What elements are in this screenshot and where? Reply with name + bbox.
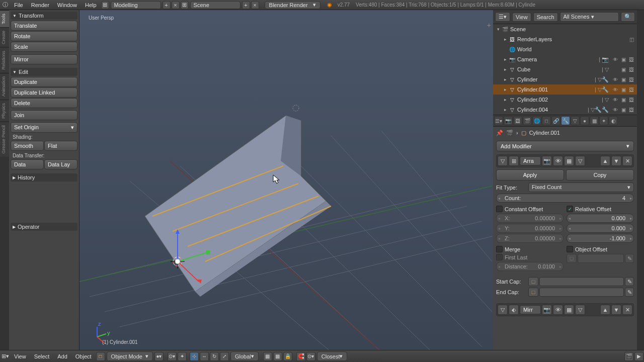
outliner-row[interactable]: ▸▽Cylinder.004| ▽🔧🔧👁▣🖼	[493, 105, 637, 115]
mode-icon[interactable]: □	[96, 352, 105, 361]
tab-modifiers-icon[interactable]: 🔧	[561, 116, 570, 125]
manipulator-translate-icon[interactable]: ↔	[200, 352, 209, 361]
outliner-view-menu[interactable]: View	[512, 13, 531, 22]
tab-world-icon[interactable]: 🌐	[532, 116, 541, 125]
outliner-search-icon[interactable]: 🔍	[621, 12, 635, 22]
outliner-row[interactable]: ▸📷Camera| 📷👁▣🖼	[493, 54, 637, 64]
join-button[interactable]: Join	[11, 110, 77, 120]
tab-relations[interactable]: Relations	[0, 47, 9, 73]
tab-create[interactable]: Create	[0, 27, 9, 47]
merge-checkbox[interactable]	[496, 246, 503, 252]
delete-button[interactable]: Delete	[11, 98, 77, 108]
fit-type-dropdown[interactable]: Fixed Count▾	[528, 183, 634, 192]
object-offset-checkbox[interactable]	[567, 246, 573, 252]
snap-target-dropdown[interactable]: Closest ▾	[317, 351, 348, 361]
modifier-render-icon[interactable]: 📷	[542, 156, 552, 166]
pivot-icon[interactable]: ⊙▾	[168, 352, 177, 361]
duplicate-button[interactable]: Duplicate	[11, 77, 77, 87]
props-type-icon[interactable]: ☰▾	[494, 116, 503, 125]
end-cap-picker-icon[interactable]: ✎	[625, 288, 634, 297]
mode-dropdown[interactable]: Object Mode ▾	[107, 351, 153, 361]
distance-field[interactable]: Distance:0.0100	[496, 262, 564, 271]
outliner-row[interactable]: ▸▽Cylinder.002| ▽👁▣🖼	[493, 95, 637, 105]
mirror-movedown-icon[interactable]: ▼	[611, 305, 621, 315]
snap-toggle-icon[interactable]: 🧲	[296, 352, 305, 361]
tab-particles-icon[interactable]: ✦	[599, 116, 608, 125]
end-cap-cube-icon[interactable]: □	[528, 288, 538, 297]
scale-button[interactable]: Scale	[11, 42, 77, 52]
const-x-field[interactable]: X:0.00000	[496, 214, 564, 223]
modifier-name-field[interactable]: Arra	[520, 156, 541, 165]
modifier-editmode-icon[interactable]: ▦	[564, 156, 574, 166]
start-cap-field[interactable]	[539, 277, 624, 286]
layers-1-icon[interactable]: ▦	[263, 352, 272, 361]
scene-icon[interactable]: ⊞	[181, 1, 189, 9]
tab-constraints-icon[interactable]: 🔗	[551, 116, 560, 125]
translate-button[interactable]: Translate	[11, 21, 77, 31]
copy-button[interactable]: Copy	[566, 169, 634, 180]
expand-viewport-icon[interactable]: +	[487, 21, 491, 29]
tab-physics-icon[interactable]: ◐	[609, 116, 618, 125]
modifier-expand-icon[interactable]: ▽	[498, 156, 508, 166]
render-engine-dropdown[interactable]: Blender Render▾	[265, 1, 320, 9]
menu-select[interactable]: Select	[30, 353, 54, 359]
tab-tools[interactable]: Tools	[0, 10, 9, 27]
rel-y-field[interactable]: 0.000	[567, 224, 634, 233]
modifier-cage-icon[interactable]: ▽	[575, 156, 585, 166]
tab-scene-icon[interactable]: 🎬	[523, 116, 532, 125]
manipulator-toggle-icon[interactable]: ⊹	[190, 352, 199, 361]
object-offset-field[interactable]	[578, 254, 624, 263]
render-preview-icon[interactable]: 🎬	[624, 352, 633, 361]
modifier-moveup-icon[interactable]: ▲	[600, 156, 610, 166]
tab-layers-icon[interactable]: 🖼	[513, 116, 522, 125]
menu-object[interactable]: Object	[71, 353, 96, 359]
history-panel-header[interactable]: History	[11, 173, 77, 182]
object-offset-picker-icon[interactable]: ✎	[625, 254, 634, 263]
end-cap-field[interactable]	[539, 288, 624, 297]
outliner-row[interactable]: ▸🖼RenderLayers◫	[493, 34, 637, 44]
add-layout-icon[interactable]: +	[163, 1, 171, 9]
tab-material-icon[interactable]: ●	[580, 116, 589, 125]
tab-texture-icon[interactable]: ▦	[590, 116, 599, 125]
menu-help[interactable]: Help	[81, 2, 101, 8]
outliner-search-menu[interactable]: Search	[533, 13, 558, 22]
bc-scene-icon[interactable]: 🎬	[506, 130, 513, 136]
modifier-delete-icon[interactable]: ✕	[622, 156, 632, 166]
mirror-button[interactable]: Mirror	[11, 54, 77, 64]
info-icon[interactable]: ⓘ	[0, 1, 10, 10]
mirror-expand-icon[interactable]: ▽	[498, 305, 508, 315]
operator-panel-header[interactable]: Operator	[11, 223, 77, 231]
mirror-editmode-icon[interactable]: ▦	[564, 305, 574, 315]
start-cap-cube-icon[interactable]: □	[528, 277, 538, 286]
outliner-row[interactable]: ▸▽Cylinder| ▽🔧👁▣🖼	[493, 74, 637, 84]
mirror-display-icon[interactable]: 👁	[553, 305, 563, 315]
pin-icon[interactable]: 📌	[496, 130, 503, 136]
mirror-name-field[interactable]: Mirr	[520, 305, 541, 314]
del-layout-icon[interactable]: ×	[172, 1, 180, 9]
tab-animation[interactable]: Animation	[0, 73, 9, 100]
menu-file[interactable]: File	[10, 2, 27, 8]
del-scene-icon[interactable]: ×	[251, 1, 259, 9]
rel-z-field[interactable]: -1.000	[567, 234, 634, 243]
screen-layout-dropdown[interactable]: Modelling	[111, 1, 161, 9]
menu-render[interactable]: Render	[27, 2, 53, 8]
outliner-tree[interactable]: ▾🎬Scene▸🖼RenderLayers◫🌐World▸📷Camera| 📷👁…	[493, 24, 637, 115]
object-offset-cube-icon[interactable]: □	[567, 254, 577, 263]
apply-button[interactable]: Apply	[496, 169, 564, 180]
modifier-movedown-icon[interactable]: ▼	[611, 156, 621, 166]
edit-panel-header[interactable]: Edit	[11, 68, 77, 76]
rel-x-field[interactable]: 0.000	[567, 214, 634, 223]
tab-object-icon[interactable]: □	[542, 116, 551, 125]
outliner-row[interactable]: ▸▽Cube| ▽▣🖼	[493, 64, 637, 74]
mirror-delete-icon[interactable]: ✕	[622, 305, 632, 315]
tab-render-icon[interactable]: 📷	[504, 116, 513, 125]
const-z-field[interactable]: Z:0.00000	[496, 234, 564, 243]
menu-window[interactable]: Window	[53, 2, 81, 8]
data-button[interactable]: Data	[11, 159, 44, 169]
outliner-type-icon[interactable]: ☰▾	[495, 12, 510, 22]
add-modifier-dropdown[interactable]: Add Modifier▾	[496, 141, 634, 151]
bc-object-icon[interactable]: ▢	[521, 130, 526, 136]
layers-lock-icon[interactable]: 🔒	[283, 352, 292, 361]
first-last-checkbox[interactable]	[496, 254, 503, 260]
const-y-field[interactable]: Y:0.00000	[496, 224, 564, 233]
